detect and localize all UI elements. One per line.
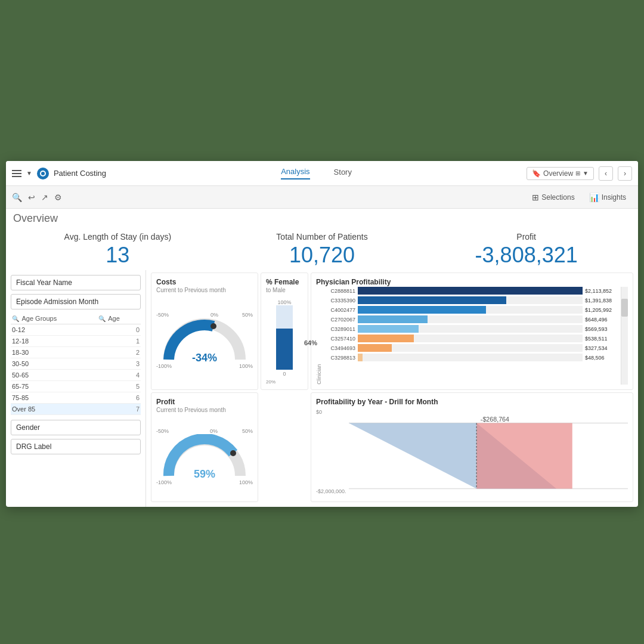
physician-bar-row: C3289011 $569,593 (324, 325, 621, 333)
profit-year-svg: -$268,764 (349, 407, 628, 497)
menu-chevron-icon[interactable]: ▼ (26, 170, 32, 177)
physician-bar-row: C3494693 $327,534 (324, 344, 621, 352)
fiscal-year-filter[interactable]: Fiscal Year Name (11, 275, 141, 290)
physician-bar-fill (358, 306, 486, 314)
nav-tabs: Analysis Story (106, 167, 527, 179)
tab-story[interactable]: Story (334, 168, 352, 179)
settings-icon[interactable]: ⚙ (54, 193, 62, 202)
tab-analysis[interactable]: Analysis (281, 167, 309, 179)
female-axis-0: 0 (283, 371, 286, 377)
nav-bar: ▼ Patient Costing Analysis Story 🔖 Overv… (6, 161, 638, 186)
insights-chart-icon: 📊 (589, 193, 599, 202)
selections-label: Selections (541, 193, 574, 202)
episode-admission-filter[interactable]: Episode Admission Month (11, 294, 141, 309)
age-groups-col-header: 🔍 Age Groups (11, 313, 97, 324)
age-table-row[interactable]: 0-120 (11, 324, 141, 336)
kpi-total-patients-value: 10,720 (220, 243, 425, 268)
age-value-cell: 3 (97, 358, 141, 370)
toolbar-left: 🔍 ↩ ↗ ⚙ (12, 193, 62, 202)
physician-bar-value: $1,205,992 (585, 307, 621, 313)
age-filter-table: 🔍 Age Groups 🔍 Age 0-12012-18118-30230-5… (11, 313, 141, 415)
main-content: Fiscal Year Name Episode Admission Month… (6, 270, 638, 507)
age-value-cell: 0 (97, 324, 141, 336)
age-group-cell: 75-85 (11, 392, 97, 404)
physician-bars: C2888811 $2,113,852 C3335390 $1,391,838 … (324, 287, 621, 385)
costs-axis-50: 50% (242, 312, 253, 318)
app-window: ▼ Patient Costing Analysis Story 🔖 Overv… (6, 161, 638, 507)
back-icon[interactable]: ↩ (28, 193, 35, 202)
age-groups-search-icon[interactable]: 🔍 (12, 315, 19, 322)
bookmark-icon: 🔖 (532, 169, 541, 178)
physician-bar-track (358, 296, 583, 304)
physician-bar-label: C2888811 (324, 288, 355, 294)
physician-bar-fill (358, 344, 392, 352)
age-table-row[interactable]: 50-654 (11, 370, 141, 381)
kpi-profit: Profit -3,808,321 (424, 232, 628, 268)
costs-donut-value: -34% (192, 352, 217, 364)
age-table-row[interactable]: 65-755 (11, 381, 141, 392)
grid-icon: ⊞ (575, 170, 580, 177)
female-pct-title: % Female (266, 278, 303, 286)
age-table-row[interactable]: Over 857 (11, 404, 141, 415)
physician-bar-value: $569,593 (585, 326, 621, 332)
toolbar: 🔍 ↩ ↗ ⚙ ⊞ Selections 📊 Insights (6, 186, 638, 209)
charts-area: Costs Current to Previous month -50% 0% … (146, 270, 638, 507)
search-icon[interactable]: 🔍 (12, 193, 22, 202)
age-table-row[interactable]: 30-503 (11, 358, 141, 370)
kpi-section: Avg. Length of Stay (in days) 13 Total N… (6, 227, 638, 270)
physician-bar-row: C3257410 $538,511 (324, 335, 621, 342)
physician-chart-card: Physician Profitability Clinician C28888… (311, 273, 633, 390)
age-group-cell: Over 85 (11, 404, 97, 415)
physician-bar-fill (358, 296, 506, 304)
physician-scrollbar[interactable] (621, 287, 628, 385)
physician-bar-label: C4002477 (324, 307, 355, 313)
share-icon[interactable]: ↗ (41, 193, 48, 202)
selections-button[interactable]: ⊞ Selections (526, 190, 580, 205)
physician-bar-row: C3298813 $48,506 (324, 354, 621, 361)
physician-bar-track (358, 306, 583, 314)
physician-bar-track (358, 344, 583, 352)
nav-left: ▼ Patient Costing (12, 168, 106, 179)
physician-bar-label: C3494693 (324, 345, 355, 351)
kpi-avg-stay-value: 13 (16, 243, 220, 268)
age-value-cell: 4 (97, 370, 141, 381)
age-value-cell: 1 (97, 336, 141, 347)
physician-bar-track (358, 335, 583, 342)
physician-bar-label: C3335390 (324, 298, 355, 304)
physician-chart-title: Physician Profitability (316, 278, 628, 286)
age-group-cell: 65-75 (11, 381, 97, 392)
filter-panel: Fiscal Year Name Episode Admission Month… (6, 270, 146, 507)
drg-label-filter[interactable]: DRG Label (11, 439, 141, 454)
hamburger-menu-icon[interactable] (12, 170, 21, 177)
charts-top-row: Costs Current to Previous month -50% 0% … (146, 270, 638, 392)
svg-text:-$268,764: -$268,764 (480, 415, 509, 422)
gender-filter[interactable]: Gender (11, 420, 141, 435)
physician-bar-track (358, 287, 583, 295)
costs-chart-subtitle: Current to Previous month (156, 287, 253, 293)
age-group-cell: 30-50 (11, 358, 97, 370)
female-pct-chart-card: % Female to Male 100% 64% 0 (261, 273, 308, 390)
kpi-total-patients: Total Number of Patients 10,720 (220, 232, 425, 268)
charts-bottom-row: Profit Current to Previous month -50% 0%… (146, 392, 638, 507)
age-table-row[interactable]: 75-856 (11, 392, 141, 404)
age-table-row[interactable]: 12-181 (11, 336, 141, 347)
svg-point-1 (230, 450, 236, 456)
profit-axis-50: 50% (242, 428, 253, 434)
kpi-profit-value: -3,808,321 (424, 243, 628, 268)
overview-button[interactable]: 🔖 Overview ⊞ ▼ (527, 167, 594, 180)
age-search-icon[interactable]: 🔍 (98, 315, 106, 322)
profit-year-title: Profitability by Year - Drill for Month (316, 398, 628, 406)
toolbar-right: ⊞ Selections 📊 Insights (526, 190, 632, 205)
age-value-cell: 7 (97, 404, 141, 415)
nav-prev-arrow[interactable]: ‹ (599, 166, 613, 181)
profit-donut-subtitle: Current to Previous month (156, 407, 253, 413)
physician-bar-label: C3298813 (324, 355, 355, 361)
physician-bar-fill (358, 325, 419, 333)
app-logo (37, 168, 49, 179)
physician-bar-value: $538,511 (585, 336, 621, 342)
insights-button[interactable]: 📊 Insights (583, 190, 632, 205)
physician-bar-row: C2888811 $2,113,852 (324, 287, 621, 295)
physician-bar-row: C2702067 $648,496 (324, 315, 621, 323)
age-table-row[interactable]: 18-302 (11, 347, 141, 358)
nav-next-arrow[interactable]: › (618, 166, 632, 181)
